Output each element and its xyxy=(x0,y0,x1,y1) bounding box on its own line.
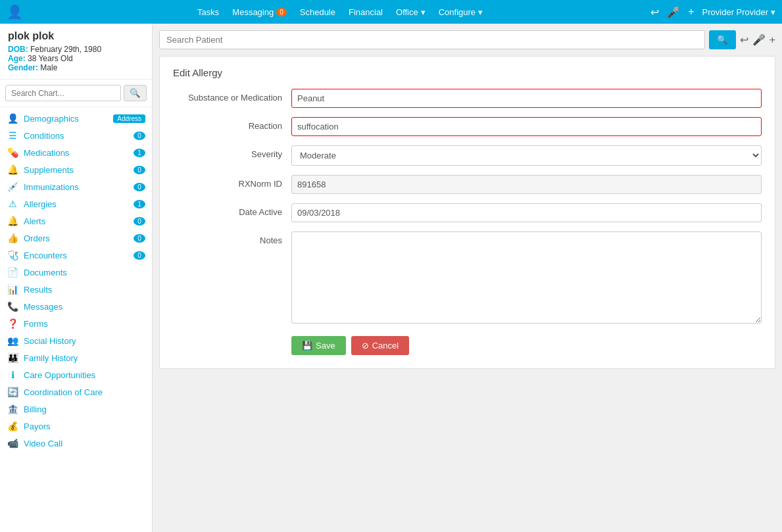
sidebar-item-results[interactable]: 📊 Results xyxy=(0,281,152,298)
encounters-icon: 🩺 xyxy=(7,250,18,260)
sidebar-item-coordination-of-care[interactable]: 🔄 Coordination of Care xyxy=(0,383,152,400)
sidebar-label-documents: Documents xyxy=(24,268,145,278)
sidebar-label-orders: Orders xyxy=(24,233,128,243)
nav-provider[interactable]: Provider Provider ▾ xyxy=(702,7,775,17)
search-chart-input[interactable] xyxy=(5,85,121,101)
notes-textarea[interactable] xyxy=(291,231,762,324)
nav-center: Tasks Messaging 0 Schedule Financial Off… xyxy=(30,7,650,17)
nav-add-icon[interactable]: + xyxy=(688,6,694,18)
sidebar-item-alerts[interactable]: 🔔 Alerts 0 xyxy=(0,212,152,230)
mic-icon[interactable]: 🎤 xyxy=(752,34,766,46)
nav-right-section: ↩ 🎤 + Provider Provider ▾ xyxy=(650,6,775,18)
sidebar-item-supplements[interactable]: 🔔 Supplements 0 xyxy=(0,161,152,178)
search-chart-button[interactable]: 🔍 xyxy=(124,85,147,101)
sidebar-label-supplements: Supplements xyxy=(24,165,128,175)
sidebar-item-payors[interactable]: 💰 Payors xyxy=(0,418,152,435)
history-icon[interactable]: ↩ xyxy=(740,34,748,46)
sidebar-item-documents[interactable]: 📄 Documents xyxy=(0,264,152,281)
social-history-icon: 👥 xyxy=(7,335,18,346)
sidebar-label-allergies: Allergies xyxy=(24,199,128,209)
patient-search-input[interactable] xyxy=(159,30,705,49)
notes-label: Notes xyxy=(173,231,291,245)
save-button[interactable]: 💾 Save xyxy=(291,336,346,355)
supplements-count: 0 xyxy=(134,166,145,174)
content-area: 🔍 ↩ 🎤 + Edit Allergy Substance or Medica… xyxy=(153,24,782,532)
demographics-icon: 👤 xyxy=(7,113,18,124)
sidebar-nav-list: 👤 Demographics Address ☰ Conditions 0 💊 … xyxy=(0,107,152,454)
patient-gender: Gender: Male xyxy=(8,63,144,72)
severity-field: Mild Moderate Severe xyxy=(291,145,762,166)
rxnorm-input xyxy=(291,175,762,194)
sidebar-item-immunizations[interactable]: 💉 Immunizations 0 xyxy=(0,178,152,195)
date-active-label: Date Active xyxy=(173,203,291,217)
billing-icon: 🏦 xyxy=(7,404,18,414)
alerts-icon: 🔔 xyxy=(7,216,18,226)
patient-search-container: 🔍 ↩ 🎤 + xyxy=(159,30,775,49)
documents-icon: 📄 xyxy=(7,267,18,278)
sidebar-item-demographics[interactable]: 👤 Demographics Address xyxy=(0,110,152,127)
messages-icon: 📞 xyxy=(7,301,18,312)
severity-row: Severity Mild Moderate Severe xyxy=(173,145,762,166)
reaction-label: Reaction xyxy=(173,117,291,131)
nav-tasks[interactable]: Tasks xyxy=(197,7,219,17)
sidebar-item-forms[interactable]: ❓ Forms xyxy=(0,315,152,332)
sidebar-label-family-history: Family History xyxy=(24,353,145,363)
form-actions: 💾 Save ⊘ Cancel xyxy=(291,336,762,355)
sidebar-label-results: Results xyxy=(24,285,145,295)
severity-label: Severity xyxy=(173,145,291,159)
patient-name: plok plok xyxy=(8,30,144,42)
sidebar-label-alerts: Alerts xyxy=(24,216,128,226)
sidebar-item-social-history[interactable]: 👥 Social History xyxy=(0,332,152,349)
sidebar-item-billing[interactable]: 🏦 Billing xyxy=(0,400,152,418)
sidebar-item-orders[interactable]: 👍 Orders 0 xyxy=(0,230,152,247)
sidebar-item-care-opportunities[interactable]: ℹ Care Opportunities xyxy=(0,366,152,383)
sidebar-label-medications: Medications xyxy=(24,148,128,158)
sidebar-item-family-history[interactable]: 👪 Family History xyxy=(0,349,152,366)
substance-field xyxy=(291,89,762,108)
severity-select[interactable]: Mild Moderate Severe xyxy=(291,145,762,166)
sidebar-item-allergies[interactable]: ⚠ Allergies 1 xyxy=(0,195,152,212)
sidebar-label-encounters: Encounters xyxy=(24,251,128,260)
search-bar-icons: ↩ 🎤 + xyxy=(740,30,775,49)
user-avatar-icon: 👤 xyxy=(7,4,23,20)
nav-messaging[interactable]: Messaging 0 xyxy=(232,7,286,17)
cancel-button[interactable]: ⊘ Cancel xyxy=(351,336,409,355)
nav-configure[interactable]: Configure ▾ xyxy=(439,7,483,17)
notes-row: Notes xyxy=(173,231,762,326)
nav-financial[interactable]: Financial xyxy=(349,7,383,17)
sidebar-label-coordination: Coordination of Care xyxy=(24,387,145,397)
sidebar-item-encounters[interactable]: 🩺 Encounters 0 xyxy=(0,247,152,264)
sidebar-item-messages[interactable]: 📞 Messages xyxy=(0,298,152,315)
form-title: Edit Allergy xyxy=(173,67,762,78)
nav-schedule[interactable]: Schedule xyxy=(300,7,335,17)
results-icon: 📊 xyxy=(7,284,18,295)
sidebar-item-conditions[interactable]: ☰ Conditions 0 xyxy=(0,127,152,144)
forms-icon: ❓ xyxy=(7,318,18,329)
orders-icon: 👍 xyxy=(7,233,18,243)
nav-office[interactable]: Office ▾ xyxy=(396,7,426,17)
add-patient-icon[interactable]: + xyxy=(770,34,775,46)
top-navigation: 👤 Tasks Messaging 0 Schedule Financial O… xyxy=(0,0,782,24)
sidebar-item-video-call[interactable]: 📹 Video Call xyxy=(0,435,152,452)
substance-input[interactable] xyxy=(291,89,762,108)
sidebar: plok plok DOB: February 29th, 1980 Age: … xyxy=(0,24,153,532)
encounters-count: 0 xyxy=(134,251,145,260)
medications-icon: 💊 xyxy=(7,147,18,158)
sidebar-label-social-history: Social History xyxy=(24,336,145,346)
date-active-field xyxy=(291,203,762,222)
sidebar-label-immunizations: Immunizations xyxy=(24,182,128,192)
conditions-icon: ☰ xyxy=(7,130,18,141)
rxnorm-field xyxy=(291,175,762,194)
patient-search-button[interactable]: 🔍 xyxy=(709,30,736,49)
main-layout: plok plok DOB: February 29th, 1980 Age: … xyxy=(0,24,782,532)
rxnorm-label: RXNorm ID xyxy=(173,175,291,189)
nav-back-icon[interactable]: ↩ xyxy=(650,6,659,18)
date-active-input[interactable] xyxy=(291,203,762,222)
nav-mic-icon[interactable]: 🎤 xyxy=(667,6,680,18)
family-history-icon: 👪 xyxy=(7,352,18,363)
conditions-count: 0 xyxy=(134,132,145,140)
sidebar-item-medications[interactable]: 💊 Medications 1 xyxy=(0,144,152,161)
reaction-field xyxy=(291,117,762,136)
patient-age: Age: 38 Years Old xyxy=(8,54,144,63)
reaction-input[interactable] xyxy=(291,117,762,136)
